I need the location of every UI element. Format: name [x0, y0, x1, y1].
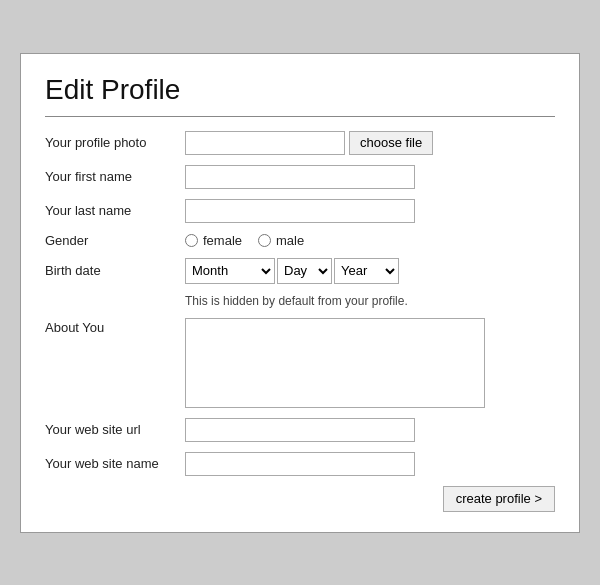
birthdate-hint: This is hidden by default from your prof…: [185, 294, 555, 308]
birthdate-group: MonthJanuaryFebruaryMarchAprilMayJuneJul…: [185, 258, 399, 284]
gender-options: female male: [185, 233, 304, 248]
create-profile-button[interactable]: create profile >: [443, 486, 555, 512]
website-url-row: Your web site url: [45, 418, 555, 442]
submit-row: create profile >: [45, 486, 555, 512]
birthdate-row: Birth date MonthJanuaryFebruaryMarchApri…: [45, 258, 555, 284]
gender-label: Gender: [45, 233, 185, 248]
last-name-row: Your last name: [45, 199, 555, 223]
gender-male-label: male: [276, 233, 304, 248]
gender-male-radio[interactable]: [258, 234, 271, 247]
profile-photo-text-input[interactable]: [185, 131, 345, 155]
choose-file-button[interactable]: choose file: [349, 131, 433, 155]
website-name-row: Your web site name: [45, 452, 555, 476]
gender-male-option[interactable]: male: [258, 233, 304, 248]
website-url-input[interactable]: [185, 418, 415, 442]
gender-female-label: female: [203, 233, 242, 248]
website-name-input[interactable]: [185, 452, 415, 476]
file-input-group: choose file: [185, 131, 433, 155]
day-select[interactable]: Day1234567891011121314151617181920212223…: [277, 258, 332, 284]
gender-female-option[interactable]: female: [185, 233, 242, 248]
website-name-label: Your web site name: [45, 456, 185, 471]
first-name-label: Your first name: [45, 169, 185, 184]
gender-female-radio[interactable]: [185, 234, 198, 247]
divider: [45, 116, 555, 117]
profile-photo-row: Your profile photo choose file: [45, 131, 555, 155]
last-name-label: Your last name: [45, 203, 185, 218]
last-name-input[interactable]: [185, 199, 415, 223]
birthdate-label: Birth date: [45, 263, 185, 278]
about-textarea[interactable]: [185, 318, 485, 408]
month-select[interactable]: MonthJanuaryFebruaryMarchAprilMayJuneJul…: [185, 258, 275, 284]
year-select[interactable]: Year202420232022201020001990198019701960…: [334, 258, 399, 284]
edit-profile-form: Edit Profile Your profile photo choose f…: [20, 53, 580, 533]
first-name-input[interactable]: [185, 165, 415, 189]
gender-row: Gender female male: [45, 233, 555, 248]
profile-photo-label: Your profile photo: [45, 135, 185, 150]
about-row: About You: [45, 318, 555, 408]
website-url-label: Your web site url: [45, 422, 185, 437]
first-name-row: Your first name: [45, 165, 555, 189]
about-label: About You: [45, 318, 185, 335]
page-title: Edit Profile: [45, 74, 555, 106]
